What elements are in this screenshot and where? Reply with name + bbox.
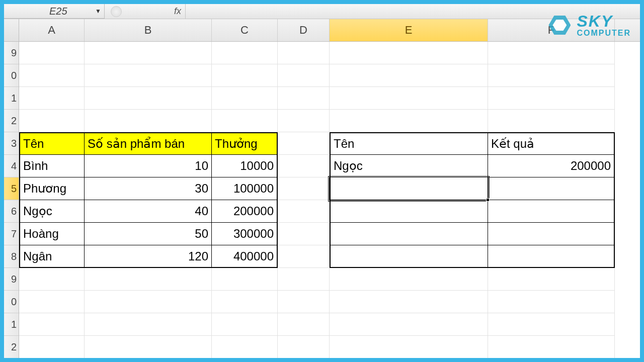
- cell[interactable]: [488, 87, 615, 110]
- cell[interactable]: [85, 110, 212, 132]
- cell[interactable]: [212, 313, 278, 336]
- row-header[interactable]: 8: [4, 245, 19, 268]
- cell[interactable]: [488, 336, 615, 358]
- table1-cell[interactable]: 50: [85, 223, 212, 245]
- cell[interactable]: [85, 291, 212, 313]
- row-header[interactable]: 0: [4, 64, 19, 87]
- table2-header-name[interactable]: Tên: [330, 132, 488, 155]
- cell[interactable]: [488, 313, 615, 336]
- row-header[interactable]: 1: [4, 313, 19, 336]
- active-cell-e25[interactable]: [330, 177, 488, 200]
- cell[interactable]: [85, 268, 212, 291]
- cell[interactable]: [278, 200, 330, 223]
- table1-cell[interactable]: 300000: [212, 223, 278, 245]
- table1-cell[interactable]: 400000: [212, 245, 278, 268]
- cell[interactable]: [19, 268, 85, 291]
- cell[interactable]: [278, 177, 330, 200]
- cell[interactable]: [330, 336, 488, 358]
- row-header[interactable]: 9: [4, 268, 19, 291]
- table2-cell[interactable]: [330, 245, 488, 268]
- row-header[interactable]: 6: [4, 200, 19, 223]
- name-box[interactable]: E25 ▼: [4, 4, 105, 19]
- col-header[interactable]: A: [19, 19, 85, 41]
- cell[interactable]: [488, 110, 615, 132]
- cell[interactable]: [330, 110, 488, 132]
- cancel-icon[interactable]: [111, 6, 122, 17]
- cell[interactable]: [330, 268, 488, 291]
- col-header-active[interactable]: E: [330, 19, 488, 41]
- row-header[interactable]: 1: [4, 87, 19, 110]
- cell[interactable]: [212, 268, 278, 291]
- table1-cell[interactable]: 30: [85, 177, 212, 200]
- cell[interactable]: [19, 313, 85, 336]
- row-header[interactable]: 4: [4, 155, 19, 177]
- cell[interactable]: [85, 336, 212, 358]
- table2-cell[interactable]: 200000: [488, 155, 615, 177]
- cell[interactable]: [278, 110, 330, 132]
- table2-cell[interactable]: [330, 223, 488, 245]
- table1-cell[interactable]: Ngọc: [19, 200, 85, 223]
- cell[interactable]: [278, 132, 330, 155]
- cell[interactable]: [330, 42, 488, 64]
- cell[interactable]: [330, 313, 488, 336]
- cell[interactable]: [19, 64, 85, 87]
- cell[interactable]: [278, 87, 330, 110]
- table1-cell[interactable]: Hoàng: [19, 223, 85, 245]
- table2-cell[interactable]: [488, 245, 615, 268]
- row-header[interactable]: 3: [4, 132, 19, 155]
- col-header[interactable]: C: [212, 19, 278, 41]
- cell[interactable]: [212, 110, 278, 132]
- col-header[interactable]: B: [85, 19, 212, 41]
- cell[interactable]: [19, 87, 85, 110]
- table1-cell[interactable]: 120: [85, 245, 212, 268]
- cell[interactable]: [278, 155, 330, 177]
- select-all-corner[interactable]: [4, 19, 19, 42]
- cell[interactable]: [330, 291, 488, 313]
- cell[interactable]: [85, 42, 212, 64]
- cell[interactable]: [85, 64, 212, 87]
- cell[interactable]: [278, 313, 330, 336]
- table1-cell[interactable]: Bình: [19, 155, 85, 177]
- table1-cell[interactable]: 40: [85, 200, 212, 223]
- cell[interactable]: [488, 291, 615, 313]
- table1-header-qty[interactable]: Số sản phẩm bán: [85, 132, 212, 155]
- chevron-down-icon[interactable]: ▼: [95, 8, 101, 15]
- table2-cell[interactable]: [488, 177, 615, 200]
- cell[interactable]: [330, 87, 488, 110]
- cell[interactable]: [278, 336, 330, 358]
- cell[interactable]: [278, 291, 330, 313]
- table1-header-name[interactable]: Tên: [19, 132, 85, 155]
- cell[interactable]: [85, 87, 212, 110]
- row-header[interactable]: 7: [4, 223, 19, 245]
- cell[interactable]: [278, 245, 330, 268]
- cell[interactable]: [278, 268, 330, 291]
- cell[interactable]: [212, 87, 278, 110]
- table1-cell[interactable]: Phương: [19, 177, 85, 200]
- cell[interactable]: [330, 64, 488, 87]
- cell[interactable]: [212, 336, 278, 358]
- cell[interactable]: [19, 291, 85, 313]
- cell[interactable]: [488, 42, 615, 64]
- col-header[interactable]: D: [278, 19, 330, 41]
- table1-cell[interactable]: 100000: [212, 177, 278, 200]
- cell[interactable]: [212, 42, 278, 64]
- table2-cell[interactable]: Ngọc: [330, 155, 488, 177]
- table2-cell[interactable]: [488, 223, 615, 245]
- row-header[interactable]: 0: [4, 291, 19, 313]
- cell[interactable]: [212, 291, 278, 313]
- row-header[interactable]: 2: [4, 336, 19, 358]
- cell[interactable]: [85, 313, 212, 336]
- table1-cell[interactable]: 10: [85, 155, 212, 177]
- table1-cell[interactable]: Ngân: [19, 245, 85, 268]
- table2-cell[interactable]: [330, 200, 488, 223]
- fx-label[interactable]: fx: [170, 4, 186, 19]
- table1-header-bonus[interactable]: Thưởng: [212, 132, 278, 155]
- row-header[interactable]: 2: [4, 110, 19, 132]
- table1-cell[interactable]: 200000: [212, 200, 278, 223]
- table1-cell[interactable]: 10000: [212, 155, 278, 177]
- cell[interactable]: [278, 64, 330, 87]
- worksheet[interactable]: 9 0 1 2 3 4 5 6 7 8 9 0 1 2 A B C D E F: [4, 19, 640, 358]
- row-header-active[interactable]: 5: [4, 177, 19, 200]
- table2-cell[interactable]: [488, 200, 615, 223]
- row-header[interactable]: 9: [4, 42, 19, 64]
